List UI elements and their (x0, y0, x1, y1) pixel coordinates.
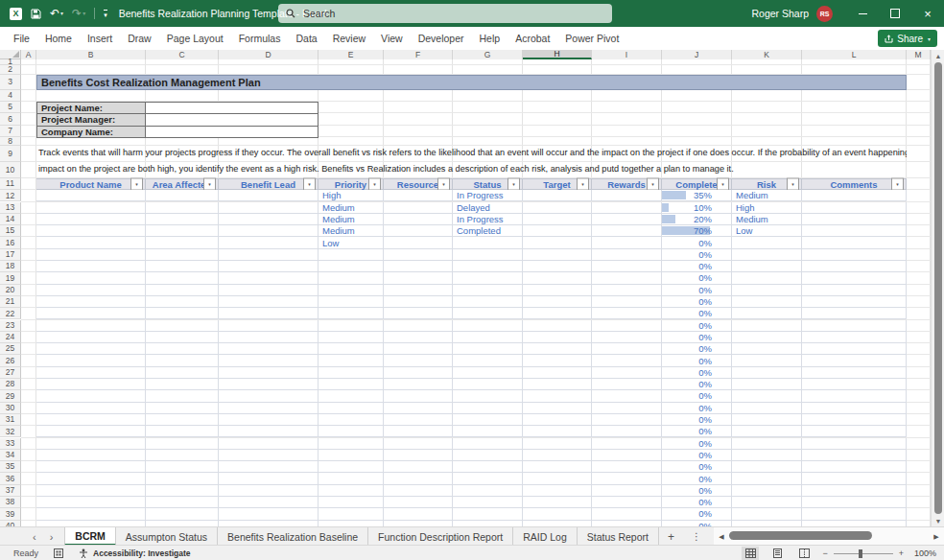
table-cell-area-affected-row18[interactable] (146, 261, 219, 272)
table-cell-resource-row14[interactable] (384, 214, 453, 225)
table-cell-area-affected-row25[interactable] (146, 343, 219, 355)
table-cell-target-row21[interactable] (523, 296, 592, 308)
table-cell-priority-row12[interactable]: High (319, 190, 384, 201)
table-cell-target-row19[interactable] (523, 272, 592, 284)
table-cell-risk-row15[interactable]: Low (732, 225, 802, 237)
table-cell-rewards-row28[interactable] (592, 379, 662, 390)
table-cell-target-row37[interactable] (523, 485, 592, 497)
table-cell-product-name-row25[interactable] (36, 343, 146, 355)
table-cell-benefit-lead-row21[interactable] (219, 296, 319, 308)
scroll-down-icon[interactable]: ▼ (932, 515, 944, 526)
row-header-27[interactable]: 27 (0, 367, 21, 379)
ribbon-tab-draw[interactable]: Draw (120, 27, 159, 50)
table-cell-complete-row31[interactable]: 0% (662, 414, 732, 426)
table-cell-risk-row12[interactable]: Medium (732, 190, 802, 201)
table-cell-status-row15[interactable]: Completed (453, 225, 523, 237)
save-icon[interactable] (31, 9, 41, 19)
table-cell-area-affected-row23[interactable] (146, 320, 219, 332)
table-cell-area-affected-row31[interactable] (146, 414, 219, 426)
table-cell-target-row32[interactable] (523, 426, 592, 437)
table-cell-complete-row13[interactable]: 10% (662, 202, 732, 214)
table-cell-complete-row39[interactable]: 0% (662, 508, 732, 520)
row-header-14[interactable]: 14 (0, 214, 21, 225)
table-header-status[interactable]: Status▾ (453, 178, 523, 190)
table-cell-status-row28[interactable] (453, 379, 523, 390)
vertical-scrollbar[interactable]: ▲ ▼ (931, 50, 944, 526)
table-cell-benefit-lead-row38[interactable] (219, 497, 319, 508)
table-cell-area-affected-row29[interactable] (146, 390, 219, 402)
table-header-product-name[interactable]: Product Name▾ (36, 178, 146, 190)
table-cell-status-row14[interactable]: In Progress (453, 214, 523, 225)
table-cell-comments-row24[interactable] (802, 332, 907, 343)
row-header-36[interactable]: 36 (0, 473, 21, 484)
ribbon-tab-data[interactable]: Data (288, 27, 324, 50)
table-cell-priority-row24[interactable] (319, 332, 384, 343)
ribbon-tab-power-pivot[interactable]: Power Pivot (557, 27, 626, 50)
table-cell-priority-row30[interactable] (319, 403, 384, 414)
table-cell-comments-row15[interactable] (802, 225, 907, 237)
table-cell-complete-row22[interactable]: 0% (662, 308, 732, 319)
excel-app-icon[interactable]: X (10, 8, 22, 20)
table-cell-risk-row16[interactable] (732, 237, 802, 248)
table-cell-benefit-lead-row12[interactable] (219, 190, 319, 201)
table-cell-complete-row16[interactable]: 0% (662, 237, 732, 248)
table-cell-complete-row28[interactable]: 0% (662, 379, 732, 390)
field-value-cell[interactable] (146, 102, 319, 114)
table-cell-priority-row32[interactable] (319, 426, 384, 437)
table-cell-resource-row12[interactable] (384, 190, 453, 201)
table-cell-priority-row23[interactable] (319, 320, 384, 332)
column-header-B[interactable]: B (36, 50, 146, 59)
field-label-project-name[interactable]: Project Name: (36, 102, 146, 114)
table-header-comments[interactable]: Comments▾ (802, 178, 907, 190)
scroll-up-icon[interactable]: ▲ (932, 50, 944, 61)
table-cell-resource-row13[interactable] (384, 202, 453, 214)
add-sheet-button[interactable]: + (659, 527, 683, 546)
table-cell-complete-row20[interactable]: 0% (662, 285, 732, 296)
table-cell-resource-row17[interactable] (384, 249, 453, 261)
table-cell-status-row24[interactable] (453, 332, 523, 343)
table-cell-target-row26[interactable] (523, 355, 592, 366)
column-header-K[interactable]: K (732, 50, 802, 59)
table-cell-rewards-row20[interactable] (592, 285, 662, 296)
table-cell-target-row23[interactable] (523, 320, 592, 332)
table-cell-resource-row25[interactable] (384, 343, 453, 355)
sheet-tab-status-report[interactable]: Status Report (578, 527, 659, 546)
table-cell-status-row20[interactable] (453, 285, 523, 296)
table-cell-resource-row20[interactable] (384, 285, 453, 296)
ribbon-tab-insert[interactable]: Insert (80, 27, 120, 50)
table-cell-benefit-lead-row36[interactable] (219, 473, 319, 484)
table-cell-target-row14[interactable] (523, 214, 592, 225)
table-cell-priority-row31[interactable] (319, 414, 384, 426)
table-cell-benefit-lead-row35[interactable] (219, 461, 319, 473)
table-cell-benefit-lead-row39[interactable] (219, 508, 319, 520)
table-cell-benefit-lead-row22[interactable] (219, 308, 319, 319)
table-cell-product-name-row24[interactable] (36, 332, 146, 343)
column-header-J[interactable]: J (662, 50, 732, 59)
filter-button-priority[interactable]: ▾ (368, 178, 381, 191)
row-header-20[interactable]: 20 (0, 285, 21, 296)
row-header-24[interactable]: 24 (0, 332, 21, 343)
table-cell-comments-row12[interactable] (802, 190, 907, 201)
table-cell-rewards-row21[interactable] (592, 296, 662, 308)
table-cell-rewards-row25[interactable] (592, 343, 662, 355)
table-cell-risk-row23[interactable] (732, 320, 802, 332)
table-cell-priority-row18[interactable] (319, 261, 384, 272)
table-cell-product-name-row28[interactable] (36, 379, 146, 390)
filter-button-risk[interactable]: ▾ (787, 178, 799, 191)
table-cell-priority-row29[interactable] (319, 390, 384, 402)
table-cell-resource-row15[interactable] (384, 225, 453, 237)
sheet-tab-raid-log[interactable]: RAID Log (513, 527, 578, 546)
table-header-complete[interactable]: Complete▾ (662, 178, 732, 190)
table-cell-area-affected-row38[interactable] (146, 497, 219, 508)
row-header-22[interactable]: 22 (0, 308, 21, 319)
ribbon-tab-file[interactable]: File (6, 27, 37, 50)
table-cell-risk-row34[interactable] (732, 450, 802, 461)
row-header-38[interactable]: 38 (0, 497, 21, 508)
table-cell-risk-row29[interactable] (732, 390, 802, 402)
table-cell-risk-row39[interactable] (732, 508, 802, 520)
field-value-cell[interactable] (146, 113, 319, 126)
table-cell-risk-row27[interactable] (732, 367, 802, 379)
table-cell-area-affected-row27[interactable] (146, 367, 219, 379)
table-cell-area-affected-row30[interactable] (146, 403, 219, 414)
row-header-12[interactable]: 12 (0, 190, 21, 201)
